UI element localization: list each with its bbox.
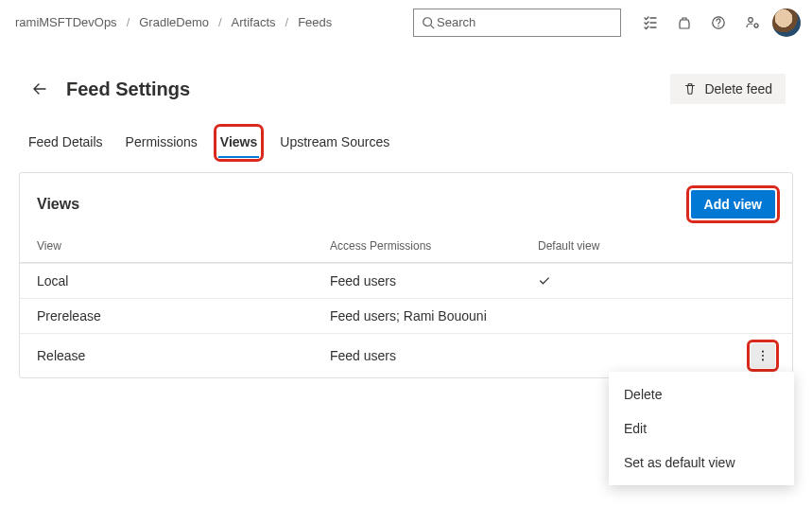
context-menu: Delete Edit Set as default view bbox=[609, 372, 794, 485]
trash-icon bbox=[683, 82, 697, 96]
column-header-view: View bbox=[37, 239, 330, 253]
top-bar: ramiMSFTDevOps / GradleDemo / Artifacts … bbox=[0, 0, 812, 45]
svg-point-0 bbox=[423, 17, 432, 26]
tab-upstream-sources[interactable]: Upstream Sources bbox=[278, 129, 391, 157]
column-header-default: Default view bbox=[538, 239, 737, 253]
page-header: Feed Settings Delete feed bbox=[0, 45, 812, 104]
breadcrumb: ramiMSFTDevOps / GradleDemo / Artifacts … bbox=[15, 15, 332, 29]
breadcrumb-separator: / bbox=[127, 15, 130, 29]
breadcrumb-item[interactable]: GradleDemo bbox=[139, 15, 209, 29]
table-header: View Access Permissions Default view bbox=[20, 230, 792, 263]
views-card: Views Add view View Access Permissions D… bbox=[19, 172, 793, 378]
table-row[interactable]: Local Feed users bbox=[20, 263, 792, 298]
back-button[interactable] bbox=[26, 76, 53, 102]
cell-view-name: Local bbox=[37, 273, 330, 288]
arrow-left-icon bbox=[32, 81, 47, 96]
add-view-button[interactable]: Add view bbox=[691, 190, 775, 219]
svg-point-6 bbox=[762, 351, 764, 353]
breadcrumb-item[interactable]: Feeds bbox=[298, 15, 332, 29]
svg-point-4 bbox=[749, 17, 753, 22]
breadcrumb-separator: / bbox=[218, 15, 222, 29]
svg-line-1 bbox=[431, 25, 435, 28]
default-check-icon bbox=[538, 274, 737, 288]
column-header-access: Access Permissions bbox=[330, 239, 538, 253]
context-menu-item-edit[interactable]: Edit bbox=[609, 411, 794, 446]
tab-feed-details[interactable]: Feed Details bbox=[26, 129, 105, 157]
delete-feed-label: Delete feed bbox=[704, 81, 772, 96]
cell-view-name: Prerelease bbox=[37, 308, 330, 323]
svg-point-7 bbox=[762, 355, 764, 357]
cell-access: Feed users bbox=[330, 348, 538, 363]
svg-point-3 bbox=[717, 25, 718, 26]
user-settings-icon[interactable] bbox=[738, 9, 767, 37]
more-vertical-icon bbox=[756, 349, 769, 362]
context-menu-item-delete[interactable]: Delete bbox=[609, 377, 794, 411]
help-icon[interactable] bbox=[704, 9, 733, 37]
tab-permissions[interactable]: Permissions bbox=[124, 129, 199, 157]
context-menu-item-set-default[interactable]: Set as default view bbox=[609, 446, 794, 480]
search-input[interactable] bbox=[435, 14, 613, 30]
tasks-icon[interactable] bbox=[636, 9, 665, 37]
tabs: Feed Details Permissions Views Upstream … bbox=[0, 104, 812, 157]
search-box[interactable] bbox=[413, 9, 621, 37]
cell-access: Feed users bbox=[330, 273, 538, 288]
tab-views[interactable]: Views bbox=[218, 129, 259, 157]
breadcrumb-separator: / bbox=[285, 15, 289, 29]
breadcrumb-item[interactable]: Artifacts bbox=[232, 15, 276, 29]
delete-feed-button[interactable]: Delete feed bbox=[670, 74, 786, 104]
row-more-button[interactable] bbox=[751, 343, 775, 368]
svg-point-8 bbox=[762, 358, 764, 360]
table-row[interactable]: Prerelease Feed users; Rami Bououni bbox=[20, 298, 792, 333]
cell-view-name: Release bbox=[37, 348, 330, 363]
cell-access: Feed users; Rami Bououni bbox=[330, 308, 538, 323]
table-row[interactable]: Release Feed users bbox=[20, 333, 792, 377]
views-card-title: Views bbox=[37, 196, 691, 213]
search-icon bbox=[422, 16, 435, 29]
marketplace-icon[interactable] bbox=[670, 9, 699, 37]
breadcrumb-item[interactable]: ramiMSFTDevOps bbox=[15, 15, 117, 29]
page-title: Feed Settings bbox=[66, 79, 670, 100]
avatar[interactable] bbox=[772, 9, 801, 37]
